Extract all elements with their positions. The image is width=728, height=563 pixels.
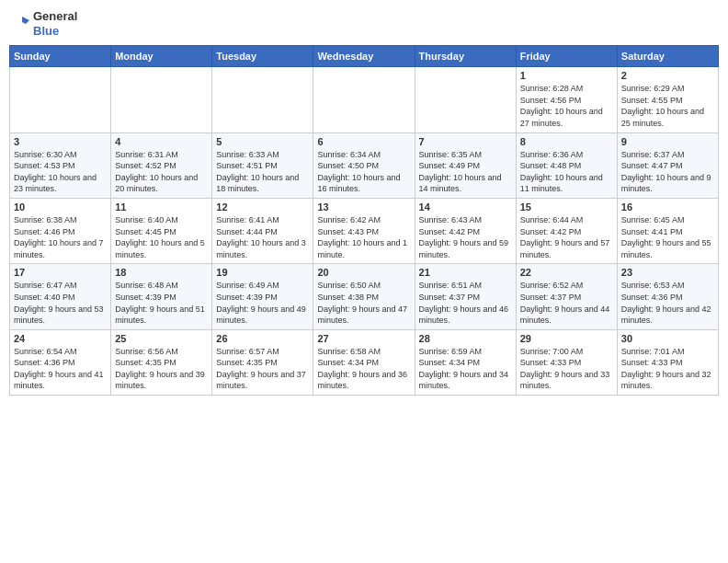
day-number: 7 <box>419 136 512 147</box>
day-cell <box>415 67 516 132</box>
logo: General Blue <box>13 9 77 38</box>
day-cell: 2Sunrise: 6:29 AM Sunset: 4:55 PM Daylig… <box>617 67 718 132</box>
week-row-1: 1Sunrise: 6:28 AM Sunset: 4:56 PM Daylig… <box>10 67 719 132</box>
day-info: Sunrise: 6:33 AM Sunset: 4:51 PM Dayligh… <box>216 149 309 195</box>
weekday-header-row: SundayMondayTuesdayWednesdayThursdayFrid… <box>10 46 719 67</box>
day-number: 2 <box>621 70 714 81</box>
day-info: Sunrise: 6:30 AM Sunset: 4:53 PM Dayligh… <box>14 149 107 195</box>
day-cell: 27Sunrise: 6:58 AM Sunset: 4:34 PM Dayli… <box>313 329 415 395</box>
day-info: Sunrise: 6:51 AM Sunset: 4:37 PM Dayligh… <box>419 280 512 326</box>
day-cell: 23Sunrise: 6:53 AM Sunset: 4:36 PM Dayli… <box>617 264 718 329</box>
day-info: Sunrise: 6:43 AM Sunset: 4:42 PM Dayligh… <box>419 214 512 260</box>
day-cell: 16Sunrise: 6:45 AM Sunset: 4:41 PM Dayli… <box>617 198 718 263</box>
day-info: Sunrise: 6:42 AM Sunset: 4:43 PM Dayligh… <box>317 214 410 260</box>
day-number: 26 <box>216 333 309 344</box>
day-cell: 29Sunrise: 7:00 AM Sunset: 4:33 PM Dayli… <box>516 329 617 395</box>
day-cell: 17Sunrise: 6:47 AM Sunset: 4:40 PM Dayli… <box>10 264 111 329</box>
day-info: Sunrise: 6:58 AM Sunset: 4:34 PM Dayligh… <box>317 346 410 392</box>
day-cell: 9Sunrise: 6:37 AM Sunset: 4:47 PM Daylig… <box>617 132 718 198</box>
day-number: 6 <box>317 136 410 147</box>
day-cell <box>212 67 313 132</box>
day-cell: 11Sunrise: 6:40 AM Sunset: 4:45 PM Dayli… <box>111 198 212 263</box>
day-number: 12 <box>216 201 309 213</box>
day-cell: 18Sunrise: 6:48 AM Sunset: 4:39 PM Dayli… <box>111 264 212 329</box>
weekday-header-sunday: Sunday <box>10 46 111 67</box>
day-cell: 10Sunrise: 6:38 AM Sunset: 4:46 PM Dayli… <box>10 198 111 263</box>
day-info: Sunrise: 6:36 AM Sunset: 4:48 PM Dayligh… <box>520 149 613 195</box>
day-number: 3 <box>14 136 107 147</box>
day-number: 25 <box>115 333 208 344</box>
logo-bird-icon <box>13 15 31 33</box>
day-number: 13 <box>317 201 410 213</box>
day-cell: 4Sunrise: 6:31 AM Sunset: 4:52 PM Daylig… <box>111 132 212 198</box>
day-info: Sunrise: 6:31 AM Sunset: 4:52 PM Dayligh… <box>115 149 208 195</box>
day-cell: 26Sunrise: 6:57 AM Sunset: 4:35 PM Dayli… <box>212 329 313 395</box>
day-cell: 8Sunrise: 6:36 AM Sunset: 4:48 PM Daylig… <box>516 132 617 198</box>
weekday-header-saturday: Saturday <box>617 46 718 67</box>
day-number: 27 <box>317 333 410 344</box>
day-info: Sunrise: 6:48 AM Sunset: 4:39 PM Dayligh… <box>115 280 208 326</box>
day-number: 4 <box>115 136 208 147</box>
day-number: 30 <box>621 333 714 344</box>
day-cell: 5Sunrise: 6:33 AM Sunset: 4:51 PM Daylig… <box>212 132 313 198</box>
day-info: Sunrise: 7:01 AM Sunset: 4:33 PM Dayligh… <box>621 346 714 392</box>
day-number: 28 <box>419 333 512 344</box>
day-number: 20 <box>317 267 410 278</box>
day-cell: 13Sunrise: 6:42 AM Sunset: 4:43 PM Dayli… <box>313 198 415 263</box>
day-info: Sunrise: 6:41 AM Sunset: 4:44 PM Dayligh… <box>216 214 309 260</box>
day-info: Sunrise: 6:50 AM Sunset: 4:38 PM Dayligh… <box>317 280 410 326</box>
day-info: Sunrise: 6:34 AM Sunset: 4:50 PM Dayligh… <box>317 149 410 195</box>
day-cell <box>10 67 111 132</box>
calendar: SundayMondayTuesdayWednesdayThursdayFrid… <box>9 45 719 396</box>
day-cell: 6Sunrise: 6:34 AM Sunset: 4:50 PM Daylig… <box>313 132 415 198</box>
day-number: 8 <box>520 136 613 147</box>
day-cell: 22Sunrise: 6:52 AM Sunset: 4:37 PM Dayli… <box>516 264 617 329</box>
day-cell: 3Sunrise: 6:30 AM Sunset: 4:53 PM Daylig… <box>10 132 111 198</box>
day-cell: 20Sunrise: 6:50 AM Sunset: 4:38 PM Dayli… <box>313 264 415 329</box>
day-info: Sunrise: 6:44 AM Sunset: 4:42 PM Dayligh… <box>520 214 613 260</box>
day-number: 29 <box>520 333 613 344</box>
day-info: Sunrise: 6:53 AM Sunset: 4:36 PM Dayligh… <box>621 280 714 326</box>
day-number: 21 <box>419 267 512 278</box>
day-number: 11 <box>115 201 208 213</box>
day-number: 10 <box>14 201 107 213</box>
day-cell: 28Sunrise: 6:59 AM Sunset: 4:34 PM Dayli… <box>415 329 516 395</box>
day-number: 9 <box>621 136 714 147</box>
day-number: 17 <box>14 267 107 278</box>
weekday-header-friday: Friday <box>516 46 617 67</box>
day-cell: 14Sunrise: 6:43 AM Sunset: 4:42 PM Dayli… <box>415 198 516 263</box>
week-row-2: 3Sunrise: 6:30 AM Sunset: 4:53 PM Daylig… <box>10 132 719 198</box>
day-cell: 25Sunrise: 6:56 AM Sunset: 4:35 PM Dayli… <box>111 329 212 395</box>
day-number: 14 <box>419 201 512 213</box>
week-row-3: 10Sunrise: 6:38 AM Sunset: 4:46 PM Dayli… <box>10 198 719 263</box>
day-number: 19 <box>216 267 309 278</box>
logo-general: General <box>33 9 77 24</box>
day-info: Sunrise: 6:52 AM Sunset: 4:37 PM Dayligh… <box>520 280 613 326</box>
day-number: 5 <box>216 136 309 147</box>
logo-blue: Blue <box>33 24 77 39</box>
day-info: Sunrise: 6:28 AM Sunset: 4:56 PM Dayligh… <box>520 83 613 129</box>
day-cell <box>313 67 415 132</box>
day-number: 16 <box>621 201 714 213</box>
day-cell: 7Sunrise: 6:35 AM Sunset: 4:49 PM Daylig… <box>415 132 516 198</box>
weekday-header-tuesday: Tuesday <box>212 46 313 67</box>
day-cell: 30Sunrise: 7:01 AM Sunset: 4:33 PM Dayli… <box>617 329 718 395</box>
day-info: Sunrise: 6:57 AM Sunset: 4:35 PM Dayligh… <box>216 346 309 392</box>
day-info: Sunrise: 6:47 AM Sunset: 4:40 PM Dayligh… <box>14 280 107 326</box>
day-info: Sunrise: 6:38 AM Sunset: 4:46 PM Dayligh… <box>14 214 107 260</box>
week-row-4: 17Sunrise: 6:47 AM Sunset: 4:40 PM Dayli… <box>10 264 719 329</box>
weekday-header-thursday: Thursday <box>415 46 516 67</box>
weekday-header-monday: Monday <box>111 46 212 67</box>
day-number: 24 <box>14 333 107 344</box>
day-cell: 19Sunrise: 6:49 AM Sunset: 4:39 PM Dayli… <box>212 264 313 329</box>
day-info: Sunrise: 6:49 AM Sunset: 4:39 PM Dayligh… <box>216 280 309 326</box>
day-info: Sunrise: 6:37 AM Sunset: 4:47 PM Dayligh… <box>621 149 714 195</box>
day-number: 18 <box>115 267 208 278</box>
day-cell <box>111 67 212 132</box>
day-info: Sunrise: 6:54 AM Sunset: 4:36 PM Dayligh… <box>14 346 107 392</box>
day-info: Sunrise: 6:59 AM Sunset: 4:34 PM Dayligh… <box>419 346 512 392</box>
day-cell: 12Sunrise: 6:41 AM Sunset: 4:44 PM Dayli… <box>212 198 313 263</box>
day-number: 22 <box>520 267 613 278</box>
day-cell: 15Sunrise: 6:44 AM Sunset: 4:42 PM Dayli… <box>516 198 617 263</box>
day-cell: 1Sunrise: 6:28 AM Sunset: 4:56 PM Daylig… <box>516 67 617 132</box>
